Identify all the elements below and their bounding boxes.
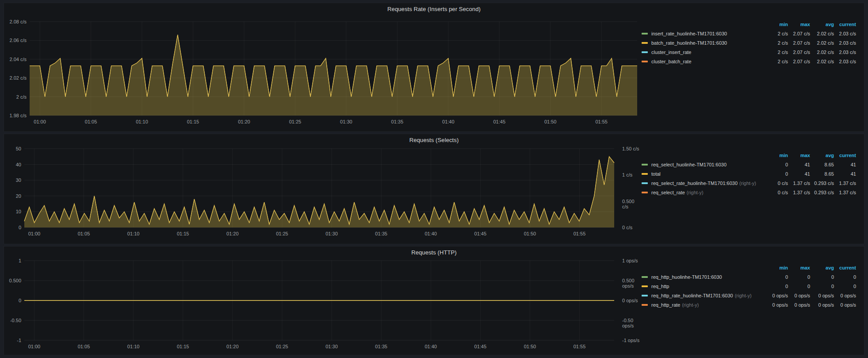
legend-header-avg[interactable]: avg	[810, 22, 834, 27]
legend-row: req_http0000	[642, 281, 856, 291]
legend-row: insert_rate_huolinhe-TM1701:60302 c/s2.0…	[642, 29, 856, 38]
series-toggle[interactable]: req_http_rate_huolinhe-TM1701:6030(right…	[642, 293, 764, 298]
right-axis-tag: (right-y)	[682, 302, 699, 308]
series-color-swatch-icon	[642, 51, 648, 53]
legend-row: req_select_huolinhe-TM1701:60300418.6541	[642, 160, 856, 169]
legend-row: req_http_rate_huolinhe-TM1701:6030(right…	[642, 291, 856, 300]
legend-row: req_http_rate(right-y)0 ops/s0 ops/s0 op…	[642, 300, 856, 309]
series-color-swatch-icon	[642, 33, 648, 35]
chart-inserts-per-second[interactable]: 2.08 c/s2.06 c/s2.04 c/s2.02 c/s2 c/s1.9…	[4, 3, 641, 131]
series-toggle[interactable]: req_http	[642, 284, 764, 289]
legend-value-avg: 0 ops/s	[810, 293, 834, 298]
legend-value-min: 0 ops/s	[764, 293, 788, 298]
legend-value-current: 2.03 c/s	[834, 31, 856, 36]
grafana-dashboard: Requests Rate (Inserts per Second) 2.08 …	[0, 0, 868, 358]
legend-header-max[interactable]: max	[788, 265, 810, 270]
series-toggle[interactable]: req_select_rate_huolinhe-TM1701:6030(rig…	[642, 181, 764, 186]
legend-value-avg: 2.02 c/s	[810, 59, 834, 64]
legend-value-avg: 0	[810, 284, 834, 289]
series-toggle[interactable]: req_select_huolinhe-TM1701:6030	[642, 162, 764, 167]
legend-row: req_select_rate_huolinhe-TM1701:6030(rig…	[642, 178, 856, 188]
legend-value-min: 2 c/s	[764, 31, 788, 36]
legend-selects: minmaxavgcurrentreq_select_huolinhe-TM17…	[642, 151, 856, 197]
legend-value-min: 0	[764, 171, 788, 177]
series-color-swatch-icon	[642, 61, 648, 62]
legend-value-avg: 0.293 c/s	[810, 181, 834, 186]
legend-header-max[interactable]: max	[788, 153, 810, 158]
series-label: cluster_insert_rate	[651, 50, 692, 55]
legend-value-current: 41	[834, 171, 856, 177]
series-toggle[interactable]: total	[642, 171, 764, 177]
legend-header-avg[interactable]: avg	[810, 265, 834, 270]
series-toggle[interactable]: req_select_rate(right-y)	[642, 190, 764, 195]
legend-value-max: 41	[788, 162, 810, 167]
series-color-swatch-icon	[642, 182, 648, 184]
legend-value-max: 0	[788, 274, 810, 280]
series-toggle[interactable]: req_http_huolinhe-TM1701:6030	[642, 274, 764, 280]
right-axis-tag: (right-y)	[687, 190, 704, 195]
legend-header-avg[interactable]: avg	[810, 153, 834, 158]
series-toggle[interactable]: cluster_insert_rate	[642, 50, 764, 55]
legend-value-max: 1.37 c/s	[788, 181, 810, 186]
legend-value-min: 0	[764, 284, 788, 289]
series-color-swatch-icon	[642, 285, 648, 287]
legend-value-max: 0 ops/s	[788, 293, 810, 298]
series-color-swatch-icon	[642, 276, 648, 278]
chart-http[interactable]: 10.5000-0.50-11 ops/s0.500 ops/s0 ops/s-…	[4, 246, 641, 355]
legend-value-min: 2 c/s	[764, 50, 788, 55]
series-toggle[interactable]: cluster_batch_rate	[642, 59, 764, 64]
legend-header-current[interactable]: current	[834, 22, 856, 27]
legend-value-min: 2 c/s	[764, 40, 788, 46]
legend-value-avg: 2.02 c/s	[810, 40, 834, 46]
legend-row: cluster_insert_rate2 c/s2.07 c/s2.02 c/s…	[642, 47, 856, 57]
legend-header-min[interactable]: min	[764, 265, 788, 270]
legend-value-max: 2.07 c/s	[788, 50, 810, 55]
legend-value-avg: 8.65	[810, 171, 834, 177]
chart-selects[interactable]: 504030201001.50 c/s1 c/s0.500 c/s0 c/s01…	[4, 134, 641, 244]
series-color-swatch-icon	[642, 192, 648, 193]
series-color-swatch-icon	[642, 295, 648, 296]
legend-value-avg: 0	[810, 274, 834, 280]
legend-header-row: minmaxavgcurrent	[642, 20, 856, 29]
legend-value-current: 1.37 c/s	[834, 190, 856, 195]
legend-header-min[interactable]: min	[764, 153, 788, 158]
legend-value-min: 0	[764, 274, 788, 280]
right-axis-tag: (right-y)	[739, 181, 756, 186]
legend-value-avg: 2.02 c/s	[810, 50, 834, 55]
legend-value-max: 0 ops/s	[788, 302, 810, 308]
legend-row: total0418.6541	[642, 169, 856, 178]
series-yellow-fill	[24, 157, 614, 227]
legend-row: req_select_rate(right-y)0 c/s1.37 c/s0.2…	[642, 188, 856, 197]
legend-value-max: 2.07 c/s	[788, 31, 810, 36]
legend-value-min: 0 c/s	[764, 181, 788, 186]
legend-value-avg: 8.65	[810, 162, 834, 167]
plot-area[interactable]	[4, 134, 641, 244]
legend-row: req_http_huolinhe-TM1701:60300000	[642, 272, 856, 281]
series-label: batch_rate_huolinhe-TM1701:6030	[651, 40, 727, 46]
legend-header-row: minmaxavgcurrent	[642, 263, 856, 272]
series-label: req_http_rate	[651, 302, 680, 308]
legend-value-current: 0 ops/s	[834, 293, 856, 298]
plot-area[interactable]	[4, 246, 641, 355]
legend-value-current: 0	[834, 284, 856, 289]
legend-header-max[interactable]: max	[788, 22, 810, 27]
panel-requests-http: Requests (HTTP) 10.5000-0.50-11 ops/s0.5…	[4, 246, 864, 355]
series-label: req_select_rate_huolinhe-TM1701:6030	[651, 181, 738, 186]
legend-value-current: 0 ops/s	[834, 302, 856, 308]
legend-value-current: 2.03 c/s	[834, 59, 856, 64]
plot-area[interactable]	[4, 3, 641, 131]
legend-value-max: 41	[788, 171, 810, 177]
series-label: req_http_rate_huolinhe-TM1701:6030	[651, 293, 733, 298]
legend-value-current: 2.03 c/s	[834, 40, 856, 46]
series-toggle[interactable]: req_http_rate(right-y)	[642, 302, 764, 308]
legend-http: minmaxavgcurrentreq_http_huolinhe-TM1701…	[642, 263, 856, 309]
legend-header-min[interactable]: min	[764, 22, 788, 27]
legend-header-current[interactable]: current	[834, 153, 856, 158]
legend-header-current[interactable]: current	[834, 265, 856, 270]
series-toggle[interactable]: insert_rate_huolinhe-TM1701:6030	[642, 31, 764, 36]
series-color-swatch-icon	[642, 173, 648, 175]
legend-value-current: 41	[834, 162, 856, 167]
series-label: req_http	[651, 284, 669, 289]
legend-value-current: 0	[834, 274, 856, 280]
series-toggle[interactable]: batch_rate_huolinhe-TM1701:6030	[642, 40, 764, 46]
